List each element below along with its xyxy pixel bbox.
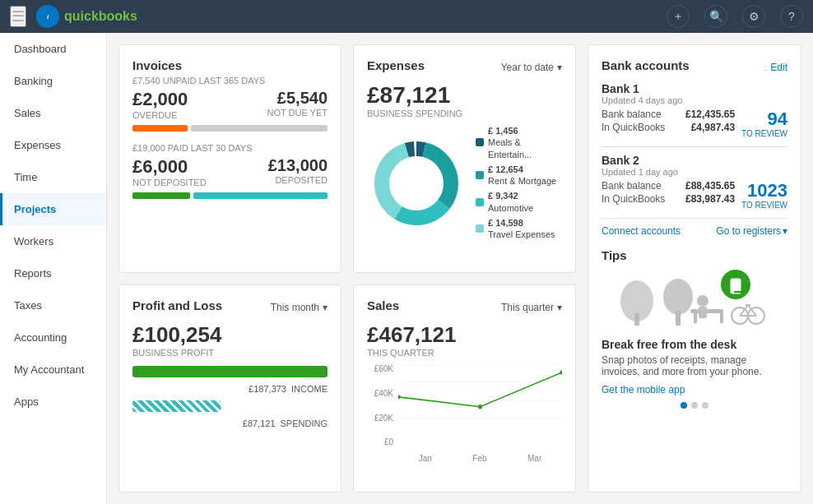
expenses-title: Expenses (367, 58, 425, 72)
bank-accounts-card: Bank accounts Edit Bank 1 Updated 4 days… (588, 44, 801, 492)
invoices-title: Invoices (132, 58, 328, 72)
bank1-review[interactable]: 94 TO REVIEW (735, 109, 787, 138)
search-button[interactable]: 🔍 (704, 5, 727, 28)
invoices-overdue-label: OVERDUE (132, 110, 188, 120)
sidebar-item-dashboard[interactable]: Dashboard (0, 33, 106, 65)
legend-item-3: £ 14,598Travel Expenses (476, 217, 562, 241)
expenses-body: £ 1,456Meals & Entertain... £ 12,654Rent… (367, 125, 562, 244)
expenses-legend: £ 1,456Meals & Entertain... £ 12,654Rent… (476, 125, 562, 244)
expenses-header: Expenses Year to date ▾ (367, 58, 562, 76)
sales-period-selector[interactable]: This quarter ▾ (501, 302, 562, 313)
tip-dot-1[interactable] (681, 402, 687, 409)
svg-point-31 (560, 371, 562, 375)
intuit-icon: i (36, 5, 59, 28)
spending-amount: £87,121 (243, 418, 276, 428)
invoices-notdue-amount: £5,540 (267, 89, 328, 108)
legend-item-0: £ 1,456Meals & Entertain... (476, 125, 562, 160)
bank1-balance: £12,435.65 (685, 109, 735, 120)
bank2-updated: Updated 1 day ago (602, 167, 787, 177)
svg-rect-13 (720, 313, 723, 323)
bank-actions: Connect accounts Go to registers ▾ (602, 225, 787, 237)
svg-rect-8 (634, 313, 639, 326)
bank1-review-count: 94 (741, 109, 787, 130)
profit-sub: BUSINESS PROFIT (132, 348, 328, 358)
sidebar-item-workers[interactable]: Workers (0, 225, 106, 257)
spending-bar-section: £87,121 SPENDING (132, 400, 328, 428)
bank1-inqb: £4,987.43 (691, 122, 735, 133)
bank-divider-2 (602, 218, 787, 219)
bank1-balance-row: Bank balance £12,435.65 (602, 109, 735, 120)
overdue-bar (132, 125, 188, 132)
sidebar-item-taxes[interactable]: Taxes (0, 289, 106, 321)
notdue-bar (191, 125, 328, 132)
bank2-section: Bank 2 Updated 1 day ago Bank balance £8… (602, 154, 787, 210)
sidebar-item-accounting[interactable]: Accounting (0, 321, 106, 354)
sidebar-item-expenses[interactable]: Expenses (0, 129, 106, 161)
profit-period-selector[interactable]: This month ▾ (271, 302, 328, 313)
sidebar-item-apps[interactable]: Apps (0, 386, 106, 418)
sales-chart: £60K £40K £20K £0 (367, 364, 562, 463)
sidebar-item-projects[interactable]: Projects (0, 193, 106, 225)
bank-edit-button[interactable]: Edit (770, 62, 787, 73)
svg-point-9 (663, 279, 693, 315)
spending-bar-fill (132, 400, 221, 412)
get-mobile-app-link[interactable]: Get the mobile app (602, 384, 787, 395)
bank1-amounts: Bank balance £12,435.65 In QuickBooks £4… (602, 109, 735, 135)
main-layout: Dashboard Banking Sales Expenses Time Pr… (0, 33, 813, 504)
expenses-card: Expenses Year to date ▾ £87,121 BUSINESS… (353, 44, 576, 273)
bank2-review[interactable]: 1023 TO REVIEW (735, 180, 787, 210)
income-amount: £187,373 (249, 384, 286, 394)
invoices-overdue-amount: £2,000 (132, 89, 188, 110)
sidebar-item-banking[interactable]: Banking (0, 65, 106, 97)
spending-bar-container (132, 400, 328, 412)
tips-pagination (602, 402, 787, 409)
legend-dot-1 (476, 171, 484, 179)
bank1-balance-label: Bank balance (602, 109, 662, 120)
bank1-inqb-label: In QuickBooks (602, 122, 665, 133)
tip-dot-3[interactable] (702, 402, 708, 409)
bank2-inqb: £83,987.43 (685, 193, 735, 205)
sidebar-item-sales[interactable]: Sales (0, 97, 106, 129)
settings-button[interactable]: ⚙ (742, 5, 765, 28)
sidebar-item-myaccountant[interactable]: My Accountant (0, 354, 106, 386)
svg-rect-15 (699, 307, 707, 318)
legend-item-1: £ 12,654Rent & Mortgage (476, 164, 562, 187)
svg-rect-12 (694, 313, 697, 323)
sidebar-item-time[interactable]: Time (0, 161, 106, 193)
expenses-sub: BUSINESS SPENDING (367, 109, 562, 118)
legend-dot-0 (476, 138, 484, 146)
sales-title: Sales (367, 298, 399, 312)
main-content: Invoices £7,540 UNPAID LAST 365 DAYS £2,… (107, 33, 813, 504)
connect-accounts-link[interactable]: Connect accounts (602, 225, 681, 237)
hamburger-button[interactable]: ☰ (10, 6, 26, 27)
invoices-notdue-label: NOT DUE YET (267, 108, 328, 118)
sales-sub: THIS QUARTER (367, 348, 562, 358)
bank1-review-label: TO REVIEW (741, 130, 787, 138)
tips-section: Tips (602, 248, 787, 409)
add-button[interactable]: ＋ (667, 5, 690, 28)
invoices-paid-label: £19,000 PAID LAST 30 DAYS (132, 143, 328, 153)
invoices-unpaid-label: £7,540 UNPAID LAST 365 DAYS (132, 76, 328, 86)
expenses-amount: £87,121 (367, 82, 562, 109)
invoices-notdeposited-label: NOT DEPOSITED (132, 178, 207, 187)
svg-point-14 (697, 295, 708, 307)
income-bar-fill (132, 366, 328, 377)
bank-header: Bank accounts Edit (602, 58, 787, 76)
expenses-period-selector[interactable]: Year to date ▾ (501, 62, 562, 73)
profit-title: Profit and Loss (132, 298, 222, 312)
bank2-numbers: Bank balance £88,435.65 In QuickBooks £8… (602, 180, 787, 210)
invoices-deposited-label: DEPOSITED (268, 175, 328, 185)
go-to-registers-link[interactable]: Go to registers ▾ (716, 225, 787, 237)
bank2-amounts: Bank balance £88,435.65 In QuickBooks £8… (602, 180, 735, 206)
logo: i quickbooks (36, 5, 667, 28)
income-bar-container (132, 366, 328, 377)
legend-dot-3 (476, 224, 484, 233)
profit-loss-card: Profit and Loss This month ▾ £100,254 BU… (118, 284, 341, 492)
bank-divider (602, 146, 787, 147)
bank2-balance-label: Bank balance (602, 180, 662, 192)
income-label: INCOME (291, 384, 328, 394)
tip-dot-2[interactable] (691, 402, 698, 409)
sidebar-item-reports[interactable]: Reports (0, 257, 106, 289)
help-button[interactable]: ? (780, 5, 803, 28)
sales-chart-y-labels: £60K £40K £20K £0 (367, 364, 393, 446)
